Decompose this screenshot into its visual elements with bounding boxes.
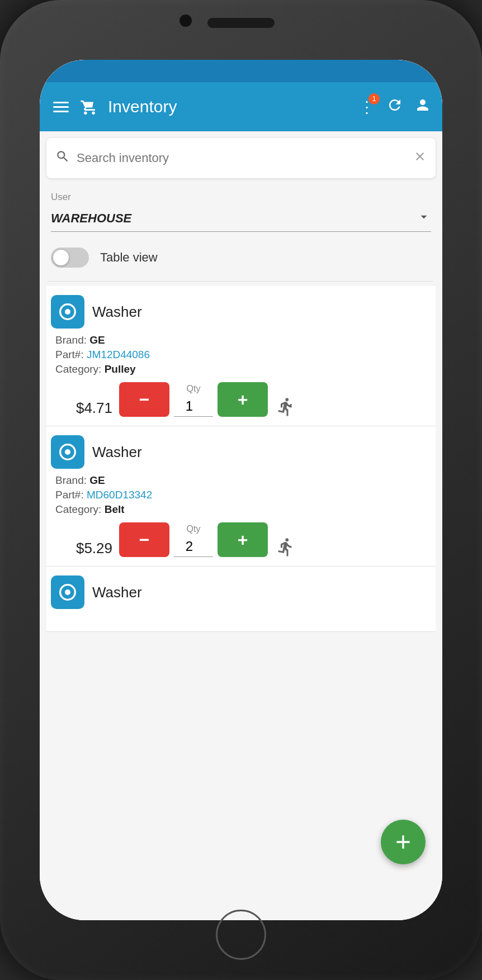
cart-icon [80,97,99,116]
user-section: User WAREHOUSE [49,185,433,236]
home-button[interactable] [216,910,266,960]
item-controls: $5.29 − Qty + [51,522,431,557]
item-brand: Brand: GE [55,474,427,487]
phone-frame: Inventory ⋮ 1 [0,0,482,980]
item-brand: Brand: GE [55,334,427,346]
item-part: Part#: JM12D44086 [55,349,427,361]
phone-camera [179,15,192,27]
status-bar [40,60,442,82]
svg-point-5 [65,449,70,455]
search-icon [55,149,70,167]
decrease-qty-button[interactable]: − [119,382,169,417]
item-controls: $4.71 − Qty + [51,382,431,417]
item-icon [51,295,84,329]
item-name: Washer [92,584,142,601]
qty-input[interactable] [174,396,213,417]
item-name: Washer [92,444,142,461]
svg-point-7 [65,589,70,595]
search-bar [46,138,436,178]
user-dropdown[interactable]: WAREHOUSE [51,205,431,232]
qty-input[interactable] [174,536,213,557]
item-part: Part#: MD60D13342 [55,489,427,501]
svg-point-1 [65,309,70,315]
notification-badge: 1 [368,93,380,104]
item-price: $4.71 [51,399,112,417]
qty-label: Qty [187,524,201,534]
toggle-knob [53,250,69,265]
phone-speaker [207,18,275,28]
qty-label: Qty [187,384,201,394]
increase-qty-button[interactable]: + [218,382,268,417]
part-number-link[interactable]: JM12D44086 [87,349,150,360]
menu-button[interactable] [51,99,71,115]
section-divider [49,281,433,282]
item-header: Washer [51,575,431,609]
transfer-icon[interactable] [276,397,296,417]
app-toolbar: Inventory ⋮ 1 [40,82,442,131]
user-dropdown-value: WAREHOUSE [51,211,131,226]
transfer-icon[interactable] [276,537,296,557]
clear-search-button[interactable] [413,150,427,166]
item-price: $5.29 [51,540,112,557]
profile-button[interactable] [414,97,431,117]
phone-screen: Inventory ⋮ 1 [40,60,442,920]
decrease-qty-button[interactable]: − [119,522,169,557]
refresh-button[interactable] [386,97,403,117]
table-view-label: Table view [100,250,158,265]
more-button[interactable]: ⋮ 1 [359,98,375,116]
user-label: User [51,192,431,203]
inventory-item: Washer Brand: GE Part#: JM12D44086 Categ… [46,286,436,426]
table-view-toggle[interactable] [51,248,89,268]
fab-add-button[interactable] [381,820,426,864]
toolbar-title: Inventory [108,97,350,116]
search-input[interactable] [77,151,413,165]
item-icon [51,575,84,609]
item-header: Washer [51,295,431,329]
inventory-item: Washer [46,567,436,632]
inventory-item: Washer Brand: GE Part#: MD60D13342 Categ… [46,426,436,567]
chevron-down-icon [417,210,431,227]
item-name: Washer [92,303,142,321]
content-area: User WAREHOUSE Table [40,185,442,920]
part-number-link[interactable]: MD60D13342 [87,489,152,501]
item-category: Category: Belt [55,503,427,516]
toolbar-right: ⋮ 1 [359,97,431,117]
item-icon [51,435,84,469]
item-header: Washer [51,435,431,469]
qty-section: Qty [174,384,213,417]
item-category: Category: Pulley [55,363,427,375]
increase-qty-button[interactable]: + [218,522,268,557]
table-view-section: Table view [49,236,433,277]
qty-section: Qty [174,524,213,557]
app-screen: Inventory ⋮ 1 [40,60,442,920]
